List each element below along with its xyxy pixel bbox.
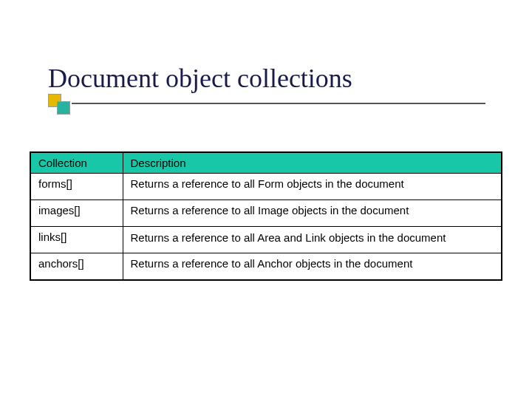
cell-collection: images[] <box>30 200 123 227</box>
cell-collection: anchors[] <box>30 253 123 280</box>
table-row: anchors[] Returns a reference to all Anc… <box>30 253 502 280</box>
header-collection: Collection <box>30 152 123 174</box>
table-row: forms[] Returns a reference to all Form … <box>30 174 502 200</box>
collections-table: Collection Description forms[] Returns a… <box>30 151 502 281</box>
cell-description: Returns a reference to all Anchor object… <box>123 253 502 280</box>
cell-description: Returns a reference to all Area and Link… <box>123 227 502 253</box>
title-underline <box>72 103 485 104</box>
collections-table-container: Collection Description forms[] Returns a… <box>30 151 502 281</box>
slide-title-area: Document object collections <box>48 63 352 101</box>
header-description: Description <box>123 152 502 174</box>
cell-description: Returns a reference to all Image objects… <box>123 200 502 227</box>
title-decoration <box>48 94 488 107</box>
cell-collection: links[] <box>30 227 123 253</box>
table-row: images[] Returns a reference to all Imag… <box>30 200 502 227</box>
cell-collection: forms[] <box>30 174 123 200</box>
slide-title: Document object collections <box>48 63 352 94</box>
decoration-square-teal-icon <box>57 101 70 115</box>
table-row: links[] Returns a reference to all Area … <box>30 227 502 253</box>
cell-description: Returns a reference to all Form objects … <box>123 174 502 200</box>
table-header-row: Collection Description <box>30 152 502 174</box>
